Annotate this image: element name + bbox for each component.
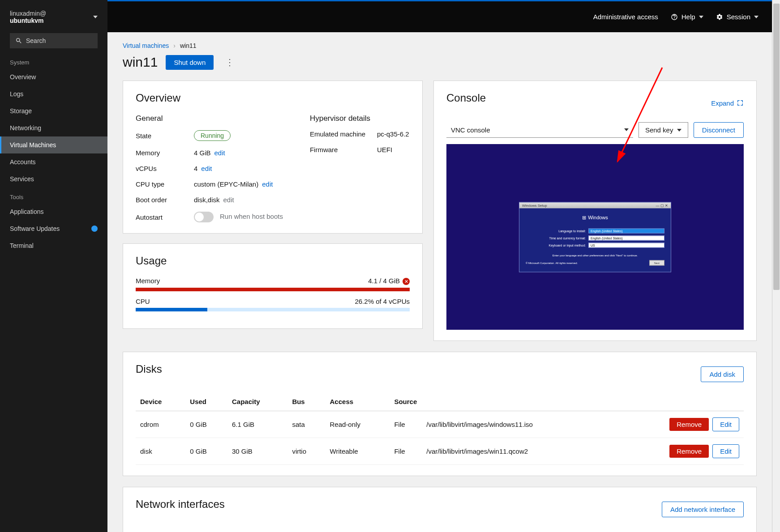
nav-overview[interactable]: Overview: [0, 68, 107, 85]
cputype-value: custom (EPYC-Milan): [194, 180, 258, 188]
next-button[interactable]: Next: [649, 260, 664, 265]
emu-value: pc-q35-6.2: [377, 130, 409, 138]
help-icon: [671, 13, 678, 21]
disks-title: Disks: [136, 363, 162, 375]
col-type: Type: [136, 528, 209, 532]
nav-storage[interactable]: Storage: [0, 102, 107, 119]
table-row: cdrom 0 GiB 6.1 GiB sata Read-only File …: [136, 411, 744, 438]
scrollbar[interactable]: [772, 0, 780, 532]
vcpus-edit-link[interactable]: edit: [201, 165, 212, 172]
nav-group-system: System: [0, 53, 107, 68]
memory-usage-bar: [136, 288, 410, 291]
windows-setup-window: Windows Setup— ▢ ✕ ⊞ Windows Language to…: [519, 202, 671, 272]
remove-disk-button[interactable]: Remove: [669, 445, 709, 458]
col-access: Access: [326, 392, 390, 411]
nav-virtual-machines[interactable]: Virtual Machines: [0, 136, 107, 153]
kb-select[interactable]: US: [588, 243, 664, 247]
fw-value: UEFI: [377, 146, 409, 153]
session-menu[interactable]: Session: [716, 13, 759, 21]
caret-down-icon: [93, 16, 98, 18]
expand-console-link[interactable]: Expand: [711, 99, 744, 107]
usage-title: Usage: [136, 255, 410, 267]
usage-cpu-text: 26.2% of 4 vCPUs: [355, 298, 410, 305]
vnc-display[interactable]: Windows Setup— ▢ ✕ ⊞ Windows Language to…: [446, 144, 744, 330]
autostart-toggle[interactable]: [194, 212, 214, 222]
emu-label: Emulated machine: [310, 130, 377, 138]
hypervisor-title: Hypervisor details: [310, 114, 409, 123]
nav-accounts[interactable]: Accounts: [0, 153, 107, 170]
memory-label: Memory: [136, 149, 194, 157]
page-header: win11 Shut down ⋮: [123, 55, 757, 70]
boot-edit-link[interactable]: edit: [223, 196, 234, 204]
vcpus-label: vCPUs: [136, 165, 194, 172]
content-area: Virtual machines › win11 win11 Shut down…: [107, 32, 772, 532]
col-bus: Bus: [287, 392, 325, 411]
topbar: Administrative access Help Session: [107, 0, 772, 32]
lang-select[interactable]: English (United States): [588, 228, 664, 233]
help-menu[interactable]: Help: [671, 13, 703, 21]
disks-card: Disks Add disk Device Used Capacity Bus …: [123, 352, 757, 476]
breadcrumb: Virtual machines › win11: [123, 42, 757, 49]
remove-disk-button[interactable]: Remove: [669, 418, 709, 431]
disks-table: Device Used Capacity Bus Access Source c…: [136, 392, 744, 465]
expand-icon: [737, 99, 744, 106]
edit-disk-button[interactable]: Edit: [712, 444, 739, 458]
user-selector[interactable]: linuxadmin@ ubuntukvm: [0, 4, 107, 30]
page-title: win11: [123, 55, 158, 70]
memory-value: 4 GiB: [194, 149, 211, 157]
network-table: Type Model type MAC address IP address S…: [136, 528, 744, 532]
time-select[interactable]: English (United States): [588, 235, 664, 240]
console-title: Console: [446, 92, 486, 104]
usage-card: Usage Memory 4.1 / 4 GiB✕ CPU 26.2% of 4…: [123, 243, 423, 329]
nav-software-updates[interactable]: Software Updates: [0, 220, 107, 237]
cputype-label: CPU type: [136, 180, 194, 188]
network-card: Network interfaces Add network interface…: [123, 487, 757, 532]
autostart-label: Autostart: [136, 213, 194, 221]
shutdown-button[interactable]: Shut down: [166, 55, 214, 70]
disconnect-button[interactable]: Disconnect: [694, 122, 744, 138]
error-icon: ✕: [403, 278, 410, 285]
send-key-select[interactable]: Send key: [639, 122, 688, 138]
gear-icon: [716, 13, 723, 21]
edit-disk-button[interactable]: Edit: [712, 417, 739, 431]
console-card: Console Expand VNC console Send key Disc…: [433, 81, 757, 341]
add-network-button[interactable]: Add network interface: [662, 502, 744, 517]
col-device: Device: [136, 392, 185, 411]
nav-logs[interactable]: Logs: [0, 85, 107, 102]
search-input[interactable]: Search: [10, 33, 98, 48]
fw-label: Firmware: [310, 146, 377, 153]
overview-card: Overview General State Running Memory 4 …: [123, 81, 423, 234]
boot-label: Boot order: [136, 196, 194, 204]
nav-applications[interactable]: Applications: [0, 203, 107, 220]
window-controls-icon: — ▢ ✕: [656, 203, 668, 207]
nav-services[interactable]: Services: [0, 170, 107, 187]
breadcrumb-root[interactable]: Virtual machines: [123, 42, 169, 49]
scrollbar-thumb[interactable]: [773, 4, 780, 290]
host-name: ubuntukvm: [10, 17, 46, 24]
admin-access-indicator[interactable]: Administrative access: [593, 13, 658, 21]
col-mac: MAC address: [294, 528, 452, 532]
console-type-select[interactable]: VNC console: [446, 123, 633, 138]
nav-terminal[interactable]: Terminal: [0, 237, 107, 254]
cputype-edit-link[interactable]: edit: [262, 180, 273, 188]
col-ip: IP address: [452, 528, 610, 532]
windows-logo-icon: ⊞ Windows: [526, 214, 664, 220]
nav-networking[interactable]: Networking: [0, 119, 107, 136]
usage-cpu-label: CPU: [136, 298, 150, 305]
caret-down-icon: [677, 129, 681, 132]
table-row: disk 0 GiB 30 GiB virtio Writeable File …: [136, 438, 744, 465]
search-icon: [15, 37, 22, 44]
kebab-menu-icon[interactable]: ⋮: [222, 55, 238, 69]
col-source: Source: [390, 392, 609, 411]
autostart-text: Run when host boots: [220, 213, 283, 220]
user-name: linuxadmin@: [10, 10, 46, 17]
col-used: Used: [185, 392, 227, 411]
add-disk-button[interactable]: Add disk: [701, 366, 744, 382]
col-model: Model type: [209, 528, 294, 532]
memory-edit-link[interactable]: edit: [214, 149, 225, 157]
col-state: State: [695, 528, 744, 532]
usage-mem-text: 4.1 / 4 GiB: [368, 277, 400, 285]
search-placeholder: Search: [26, 37, 46, 44]
col-capacity: Capacity: [227, 392, 287, 411]
caret-down-icon: [624, 128, 629, 131]
